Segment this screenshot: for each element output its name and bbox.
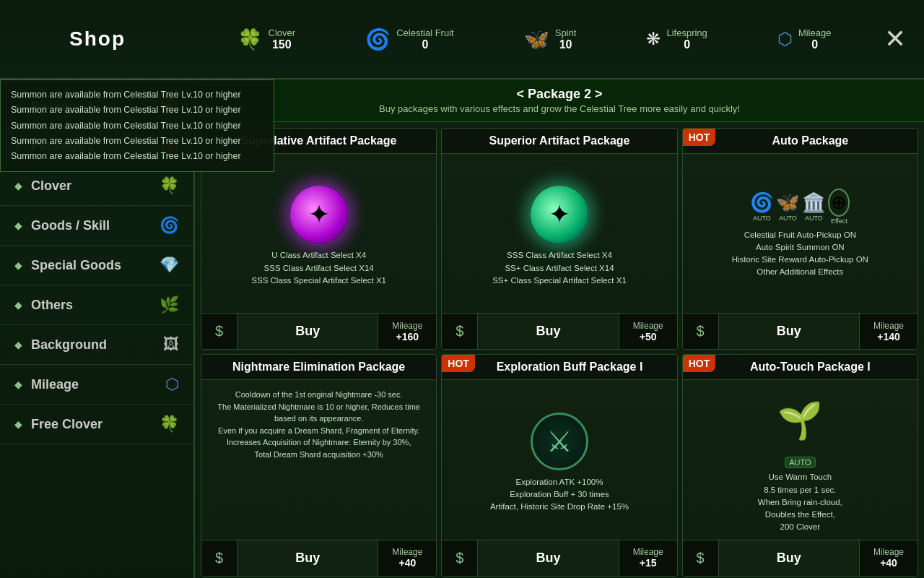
currency-spirit: 🦋 Spirit 10 bbox=[524, 27, 577, 51]
sidebar-icon-bg: 🖼 bbox=[163, 335, 179, 354]
price-icon-autotouch: $ bbox=[683, 540, 719, 576]
celestial-label: Celestial Fruit bbox=[396, 27, 453, 38]
sidebar-item-background[interactable]: ◆ Background 🖼 bbox=[0, 325, 193, 365]
sidebar-label-clover: Clover bbox=[31, 178, 71, 194]
shop-grid: Superlative Artifact Package ✦ U Class A… bbox=[195, 122, 924, 578]
banner-title: < Package 2 > bbox=[202, 87, 917, 102]
mileage-icon: ⬡ bbox=[777, 29, 793, 49]
sidebar-label-p1: Package 1 bbox=[31, 99, 95, 114]
card-title-exploration: Exploration Buff Package I bbox=[442, 355, 676, 380]
card-body-superior: ✦ SSS Class Artifact Select X4 SS+ Class… bbox=[442, 154, 676, 313]
clover-icon: 🍀 bbox=[237, 27, 263, 51]
sidebar: ◆ Package 1 🎁 ◆ Package 2 🎁 ◆ Clover 🍀 ◆… bbox=[0, 79, 195, 578]
sidebar-label-fc: Free Clover bbox=[31, 417, 103, 432]
sidebar-item-mileage[interactable]: ◆ Mileage ⬡ bbox=[0, 365, 193, 405]
artifact-orb-green: ✦ bbox=[531, 186, 588, 243]
auto-touch-icon: 🌱 bbox=[771, 392, 829, 449]
price-icon-superlative: $ bbox=[201, 314, 237, 349]
card-exploration: HOT Exploration Buff Package I ⚔ Explora… bbox=[441, 354, 677, 576]
close-button[interactable]: ✕ bbox=[873, 17, 917, 61]
shop-title: Shop bbox=[0, 27, 195, 51]
clover-label: Clover bbox=[269, 27, 296, 38]
auto-sub-building: 🏛️ AUTO bbox=[802, 191, 825, 222]
sidebar-item-special[interactable]: ◆ Special Goods 💎 bbox=[0, 246, 193, 285]
mileage-tag-exploration: Mileage +15 bbox=[619, 540, 677, 576]
mileage-name-nightmare: Mileage bbox=[392, 547, 422, 557]
sidebar-icon-others: 🌿 bbox=[160, 296, 179, 314]
mileage-name-superior: Mileage bbox=[633, 321, 663, 331]
mileage-val-superlative: +160 bbox=[396, 331, 419, 342]
lifespring-label: Lifespring bbox=[666, 27, 707, 38]
main-layout: ◆ Package 1 🎁 ◆ Package 2 🎁 ◆ Clover 🍀 ◆… bbox=[0, 79, 924, 578]
auto-sub-spirit: 🦋 AUTO bbox=[776, 191, 799, 222]
card-body-nightmare: Cooldown of the 1st original Nightmare -… bbox=[201, 380, 436, 539]
card-title-autotouch: Auto-Touch Package I bbox=[683, 355, 918, 380]
buy-button-superlative[interactable]: Buy bbox=[237, 314, 378, 349]
sidebar-item-package2[interactable]: ◆ Package 2 🎁 bbox=[0, 126, 193, 166]
diamond-icon-bg: ◆ bbox=[14, 339, 22, 350]
diamond-icon-others: ◆ bbox=[14, 299, 22, 311]
mileage-val-auto: +140 bbox=[877, 331, 900, 342]
buy-button-autotouch[interactable]: Buy bbox=[719, 540, 860, 576]
card-nightmare: Nightmare Elimination Package Cooldown o… bbox=[201, 354, 437, 576]
sidebar-icon-p1: 🎁 bbox=[160, 97, 179, 116]
sidebar-item-freeclover[interactable]: ◆ Free Clover 🍀 bbox=[0, 405, 193, 444]
diamond-icon-p1: ◆ bbox=[14, 100, 22, 112]
card-title-nightmare: Nightmare Elimination Package bbox=[201, 355, 436, 380]
sidebar-icon-special: 💎 bbox=[160, 256, 179, 275]
currency-mileage: ⬡ Mileage 0 bbox=[777, 27, 832, 51]
auto-icons: 🌀 AUTO 🦋 AUTO 🏛️ AUTO ⊕ bbox=[750, 189, 850, 225]
hot-badge-auto: HOT bbox=[683, 129, 716, 146]
diamond-icon-goods: ◆ bbox=[14, 220, 22, 231]
card-footer-auto: $ Buy Mileage +140 bbox=[683, 313, 918, 349]
sidebar-label-special: Special Goods bbox=[31, 258, 121, 273]
buy-button-nightmare[interactable]: Buy bbox=[237, 540, 378, 576]
card-body-exploration: ⚔ Exploration ATK +100% Exploration Buff… bbox=[442, 380, 676, 539]
card-superlative-artifact: Superlative Artifact Package ✦ U Class A… bbox=[201, 128, 437, 350]
mileage-val-exploration: +15 bbox=[640, 557, 657, 569]
sidebar-label-mil: Mileage bbox=[31, 377, 79, 392]
mileage-val-superior: +50 bbox=[640, 331, 657, 342]
sidebar-icon-fc: 🍀 bbox=[160, 415, 179, 434]
sidebar-icon-mil: ⬡ bbox=[165, 375, 179, 394]
diamond-icon-p2: ◆ bbox=[14, 140, 22, 152]
mileage-name-exploration: Mileage bbox=[633, 547, 663, 557]
currency-celestial: 🌀 Celestial Fruit 0 bbox=[365, 27, 453, 51]
diamond-icon-mil: ◆ bbox=[14, 379, 22, 390]
banner-subtitle: Buy packages with various effects and gr… bbox=[202, 103, 917, 114]
currency-clover: 🍀 Clover 150 bbox=[237, 27, 296, 51]
diamond-icon-fc: ◆ bbox=[14, 418, 22, 430]
mileage-label: Mileage bbox=[798, 27, 832, 38]
buy-button-superior[interactable]: Buy bbox=[478, 314, 619, 349]
sidebar-label-bg: Background bbox=[31, 337, 107, 353]
sidebar-item-goods[interactable]: ◆ Goods / Skill 🌀 bbox=[0, 206, 193, 246]
diamond-icon-special: ◆ bbox=[14, 259, 22, 271]
card-title-superior: Superior Artifact Package bbox=[442, 129, 676, 154]
auto-spirit-icon: 🦋 bbox=[776, 191, 799, 214]
card-desc-exploration: Exploration ATK +100% Exploration Buff +… bbox=[490, 476, 629, 514]
auto-sub-effect: ⊕ Effect bbox=[828, 189, 850, 225]
card-footer-superior: $ Buy Mileage +50 bbox=[442, 313, 676, 349]
price-icon-exploration: $ bbox=[442, 540, 478, 576]
celestial-amount: 0 bbox=[422, 38, 428, 51]
banner: < Package 2 > Buy packages with various … bbox=[195, 79, 924, 122]
buy-button-auto[interactable]: Buy bbox=[719, 314, 860, 349]
sidebar-icon-goods: 🌀 bbox=[160, 216, 179, 235]
mileage-tag-auto: Mileage +140 bbox=[860, 314, 918, 349]
spirit-label: Spirit bbox=[555, 27, 577, 38]
mileage-tag-superlative: Mileage +160 bbox=[378, 314, 436, 349]
card-desc-auto: Celestial Fruit Auto-Pickup ON Auto Spir… bbox=[732, 229, 868, 279]
spirit-amount: 10 bbox=[559, 38, 572, 51]
currency-lifespring: ❋ Lifespring 0 bbox=[646, 27, 707, 51]
price-icon-auto: $ bbox=[683, 314, 719, 349]
spirit-icon: 🦋 bbox=[524, 27, 549, 51]
lifespring-icon: ❋ bbox=[646, 29, 661, 49]
hot-badge-exploration: HOT bbox=[442, 355, 475, 372]
sidebar-item-clover[interactable]: ◆ Clover 🍀 bbox=[0, 166, 193, 206]
diamond-icon-clover: ◆ bbox=[14, 180, 22, 191]
buy-button-exploration[interactable]: Buy bbox=[478, 540, 619, 576]
sidebar-item-package1[interactable]: ◆ Package 1 🎁 bbox=[0, 87, 193, 126]
celestial-icon: 🌀 bbox=[365, 27, 391, 51]
sidebar-item-others[interactable]: ◆ Others 🌿 bbox=[0, 285, 193, 325]
card-title-superlative: Superlative Artifact Package bbox=[201, 129, 436, 154]
